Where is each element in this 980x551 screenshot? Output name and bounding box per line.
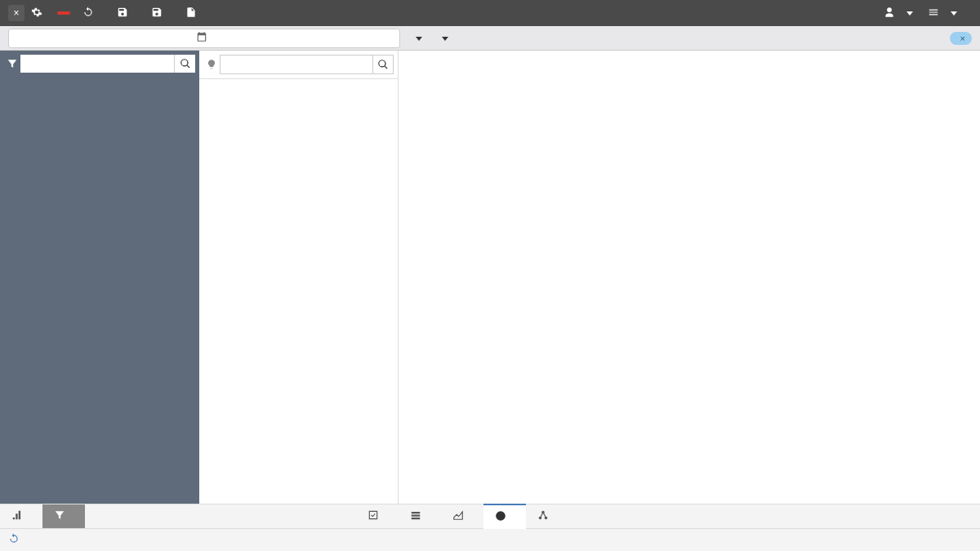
- tab-filters[interactable]: [0, 504, 42, 528]
- tab-stats[interactable]: [356, 504, 399, 528]
- view-tabs: [0, 504, 980, 528]
- gear-icon: [31, 7, 42, 20]
- filter-icon[interactable]: [4, 55, 20, 73]
- tab-pie[interactable]: [483, 504, 526, 529]
- modified-badge: [57, 11, 70, 15]
- check-icon: [368, 509, 383, 523]
- chevron-down-icon: [416, 37, 422, 41]
- topbar: ×: [0, 0, 980, 26]
- admin-menu[interactable]: [884, 7, 913, 20]
- save-icon: [151, 7, 167, 20]
- active-filter-chip[interactable]: ×: [950, 32, 972, 45]
- chart-icon: [11, 509, 27, 523]
- save-button[interactable]: [151, 7, 171, 20]
- refresh-icon: [8, 533, 23, 547]
- menu-icon: [928, 7, 943, 20]
- save-as-button[interactable]: [117, 7, 136, 20]
- user-icon: [884, 7, 899, 20]
- reset-button[interactable]: [82, 7, 102, 20]
- footer: [0, 528, 980, 551]
- tab-line[interactable]: [441, 504, 483, 529]
- pie-chart: [621, 116, 947, 445]
- bulb-icon[interactable]: [203, 55, 220, 74]
- sidebar-search-input[interactable]: [20, 55, 174, 73]
- filter-search-input[interactable]: [220, 55, 372, 74]
- new-filter-button[interactable]: [185, 7, 205, 20]
- file-icon: [185, 7, 201, 20]
- measure-dropdown[interactable]: [412, 33, 422, 44]
- save-icon: [117, 7, 132, 20]
- dimension-dropdown[interactable]: [439, 33, 448, 44]
- tab-graph[interactable]: [526, 504, 568, 529]
- tab-table[interactable]: [399, 504, 441, 529]
- chevron-down-icon: [951, 11, 957, 16]
- graph-icon: [537, 509, 553, 523]
- filter-column: [199, 51, 399, 504]
- period-picker[interactable]: [8, 29, 400, 48]
- refresh-button[interactable]: [8, 533, 26, 547]
- close-tab-button[interactable]: ×: [8, 5, 24, 21]
- search-button[interactable]: [174, 55, 195, 73]
- sidebar-search: [0, 51, 199, 77]
- search-button[interactable]: [372, 55, 394, 74]
- main-content: [0, 51, 980, 504]
- filter-search: [199, 51, 398, 79]
- close-icon[interactable]: ×: [960, 33, 965, 43]
- filter-icon: [54, 509, 69, 523]
- line-chart-icon: [452, 509, 468, 523]
- table-icon: [410, 509, 425, 523]
- refresh-icon: [82, 7, 98, 20]
- sidebar: [0, 51, 199, 504]
- calendar-icon: [196, 31, 207, 45]
- period-bar: ×: [0, 26, 980, 51]
- chevron-down-icon: [906, 11, 913, 16]
- chevron-down-icon: [442, 37, 448, 41]
- pie-icon: [495, 510, 510, 524]
- tab-constructor[interactable]: [42, 504, 85, 528]
- chart-area: [399, 51, 980, 504]
- main-menu[interactable]: [928, 7, 957, 20]
